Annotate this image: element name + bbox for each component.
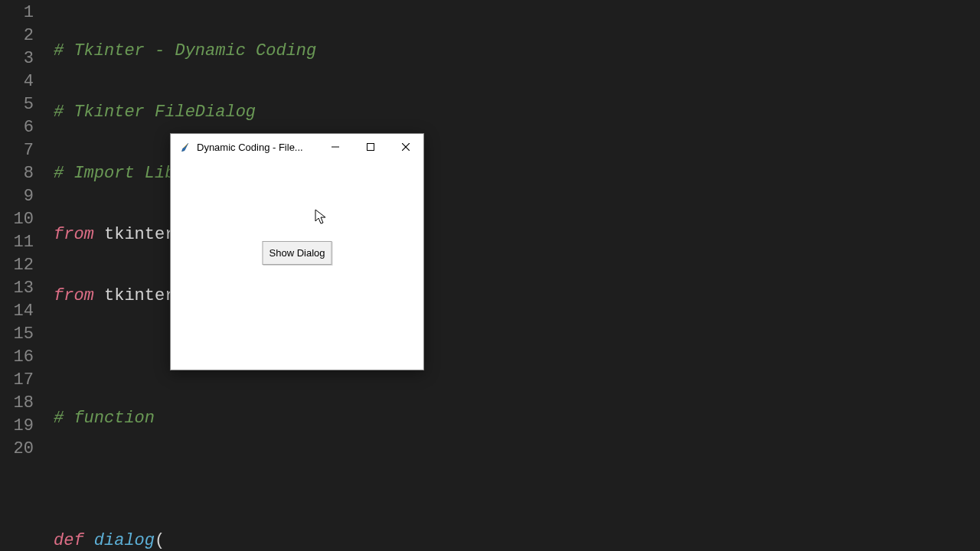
code-line [47, 468, 980, 491]
tkinter-window[interactable]: Dynamic Coding - File... Show Dialog [170, 133, 424, 370]
window-body: Show Dialog [171, 160, 423, 370]
code-line: # function [47, 407, 980, 430]
close-icon [402, 143, 410, 151]
line-number: 2 [0, 24, 34, 47]
code-line: def dialog( [47, 530, 980, 551]
line-number: 12 [0, 254, 34, 277]
code-editor: 1 2 3 4 5 6 7 8 9 10 11 12 13 14 15 16 1… [0, 0, 980, 551]
minimize-icon [332, 143, 339, 151]
line-number: 13 [0, 277, 34, 300]
line-number-gutter: 1 2 3 4 5 6 7 8 9 10 11 12 13 14 15 16 1… [0, 0, 47, 551]
code-line: # Tkinter - Dynamic Coding [47, 40, 980, 63]
maximize-button[interactable] [353, 134, 388, 160]
minimize-button[interactable] [318, 134, 353, 160]
show-dialog-button[interactable]: Show Dialog [263, 241, 332, 265]
line-number: 19 [0, 415, 34, 438]
line-number: 3 [0, 47, 34, 70]
svg-rect-1 [368, 144, 374, 151]
line-number: 20 [0, 438, 34, 461]
line-number: 11 [0, 231, 34, 254]
window-controls [318, 134, 423, 160]
line-number: 4 [0, 70, 34, 93]
tk-feather-icon [178, 141, 191, 153]
line-number: 1 [0, 2, 34, 24]
window-title: Dynamic Coding - File... [197, 142, 318, 153]
line-number: 9 [0, 185, 34, 208]
line-number: 6 [0, 116, 34, 139]
line-number: 14 [0, 300, 34, 323]
line-number: 8 [0, 162, 34, 185]
line-number: 5 [0, 93, 34, 116]
line-number: 7 [0, 139, 34, 162]
close-button[interactable] [388, 134, 423, 160]
line-number: 10 [0, 208, 34, 231]
code-line: # Tkinter FileDialog [47, 101, 980, 124]
line-number: 17 [0, 369, 34, 392]
line-number: 15 [0, 323, 34, 346]
line-number: 18 [0, 392, 34, 415]
window-titlebar[interactable]: Dynamic Coding - File... [171, 134, 423, 160]
maximize-icon [367, 143, 374, 151]
line-number: 16 [0, 346, 34, 369]
